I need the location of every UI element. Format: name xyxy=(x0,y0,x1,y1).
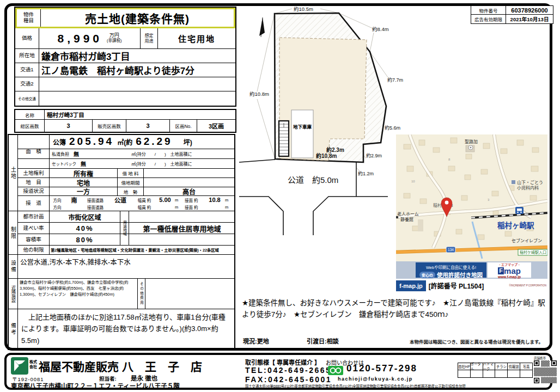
license-fineprint: 国土交通大臣(4)第6880号/(公社)東京都宅地建物取引業協会会員/(公社)全… xyxy=(245,384,466,389)
map-banner-text: Webや印刷に自由に使える! 安心の 使用許諾付き地図 xyxy=(416,262,486,278)
svg-text:約10.8m: 約10.8m xyxy=(316,152,337,159)
frontage-width: 5.00 xyxy=(155,197,175,203)
terrain-value: 高台 xyxy=(144,187,234,195)
corp-type: 株式 会社 xyxy=(29,360,37,370)
fax-number: FAX:042-645-6001 xyxy=(245,375,332,384)
coverage-value: 40% xyxy=(50,223,120,234)
svg-text:約8.4m: 約8.4m xyxy=(372,26,389,32)
fmap-f-icon: F xyxy=(498,267,504,274)
name-label: 名称 xyxy=(15,110,45,119)
garage-label: 地下車庫 xyxy=(293,124,312,130)
location-label: 所在地 xyxy=(15,49,39,63)
area-value: 公簿 205.94 ㎡(約 62.29 坪) xyxy=(50,136,192,149)
price-label: 価格 xyxy=(15,28,39,48)
private-road-label: 私道負担 xyxy=(52,151,69,157)
property-type-row: 物件種目 売土地(建築条件無) xyxy=(15,8,235,28)
frontage-row-1: 方向 南 接面道路 公道 幅員 約 5.00 m 接面 約 10.8 m xyxy=(18,196,234,204)
property-number-table: 物件番号 60378926000 広告有効期限 2021年10月13日 xyxy=(471,5,553,24)
access-other-value xyxy=(39,91,235,106)
name-row: 名称 稲村ガ崎3丁目 xyxy=(15,110,235,120)
garage-outline xyxy=(291,110,313,158)
land-table: 土地 制限 設備 近隣施設 備考 面 積 公簿 205.94 ㎡(約 62.29… xyxy=(8,134,235,350)
neighborhood-group-label: 近隣施設 xyxy=(9,279,18,309)
svg-text:約2.3m: 約2.3m xyxy=(326,146,344,153)
freedial-icon xyxy=(328,366,343,375)
frontage-row-2: 方向 接面道路 幅員 約 m 接面 約 m xyxy=(18,204,234,211)
lease-period-value xyxy=(144,178,234,187)
access-other-label: その他交通 xyxy=(15,91,39,106)
frontage-length: 10.8 xyxy=(204,197,225,203)
other-restrictions-value: 第2種風致地区・宅地造成等規制区域・文化財保護法・景観法・土砂災害区域(隣接)・… xyxy=(50,246,234,254)
access-other-row: その他交通 xyxy=(15,91,235,106)
private-road-note: ㎡(持分 / ) 土地面積に xyxy=(131,149,234,158)
setback-value: 無 xyxy=(81,160,86,168)
restriction-group-label: 制限 xyxy=(9,211,18,255)
property-number-label: 物件番号 xyxy=(471,6,506,14)
svg-text:約5.6m: 約5.6m xyxy=(385,125,400,131)
property-type-value: 売土地(建築条件無) xyxy=(41,9,234,27)
svg-text:約10.5m: 約10.5m xyxy=(294,6,313,12)
zoning-label: 用途地域 xyxy=(120,211,129,246)
entrance-label: 稲村ケ崎駅入口 xyxy=(518,249,547,255)
category-label: 地 目 xyxy=(18,178,50,187)
svg-text:約1.2m: 約1.2m xyxy=(358,170,374,176)
access2-row: 交通2 xyxy=(15,77,235,91)
footer: 株式 会社 福屋不動産販売 八 王 子 店 〒192-0081 担当者: 是永 … xyxy=(4,353,552,390)
access1-value: 江ノ島電鉄 稲村ヶ崎駅より徒歩7分 xyxy=(39,63,235,77)
frontage-road-type: 公道 xyxy=(107,195,133,204)
rights-row: 土地権利 所有権 借 地 料 xyxy=(18,169,234,178)
total-lots-label: 総区画数 xyxy=(15,120,45,132)
branch-name: 八 王 子 店 xyxy=(122,358,202,374)
zoning-value: 第一種低層住居専用地域 xyxy=(129,211,235,246)
clinic-label-1: 山下・ごとう xyxy=(517,180,543,185)
property-flyer: 物件種目 売土地(建築条件無) 価格 8,990 万円(非課税) 想定用途 住宅… xyxy=(0,0,560,392)
svg-text:134: 134 xyxy=(448,248,454,252)
freedial-number: 0120-577-298 xyxy=(346,363,417,374)
map-banner: Webや印刷に自由に使える! 安心の 使用許諾付き地図 - エフマップ - F … xyxy=(396,261,547,279)
sales-points: ★建築条件無し、お好きなハウスメーカーで建築可能です♪ ★江ノ島電鉄線『稲村ケ崎… xyxy=(242,298,550,321)
contact-email: hachioji@fukuya-k.co.jp xyxy=(338,376,413,382)
city-plan-label: 都市計画 xyxy=(18,211,50,222)
neighborhood-value: 鎌倉市立稲村ケ崎小学校(約1,700m)、鎌倉市立御成中学校(約3,900m)、… xyxy=(18,279,138,309)
terrain-label: 地 勢 xyxy=(118,187,144,195)
setback-row: セットバック 無 ㎡(持分 / ) 土地面積に xyxy=(18,159,234,169)
stluke-label: 聖路加 xyxy=(465,139,478,144)
private-road-row: 私道負担 無 ㎡(持分 / ) 土地面積に xyxy=(18,149,234,159)
frontage-direction: 南 xyxy=(65,195,83,204)
seven-eleven-label: セブンイレブン xyxy=(512,238,542,243)
svg-text:約10.8m: 約10.8m xyxy=(249,91,269,97)
setback-label: セットバック xyxy=(52,161,76,167)
property-number-value: 60378926000 xyxy=(506,6,553,14)
facility-group-label: 設備 xyxy=(9,255,18,279)
far-value: 80% xyxy=(50,234,120,245)
rent-label: 借 地 料 xyxy=(118,169,144,177)
selling-lots-label: 販売区画数 xyxy=(93,120,126,132)
location-value: 鎌倉市稲村ガ崎3丁目 xyxy=(39,49,235,63)
svg-text:約2.9m: 約2.9m xyxy=(366,152,382,158)
assumed-use-value: 住宅用地 xyxy=(158,28,235,48)
private-road-value: 無 xyxy=(74,150,79,158)
lot-no-label: 区画No. xyxy=(170,120,197,132)
tel-number: TEL:042-649-2665 xyxy=(245,366,331,375)
svg-text:約7.7m: 約7.7m xyxy=(387,77,403,83)
name-value: 稲村ガ崎3丁目 xyxy=(45,110,235,119)
frontage-status-label: 接道状況 xyxy=(18,187,50,195)
assumed-use-label: 想定用途 xyxy=(141,28,158,48)
land-group-label: 土地 xyxy=(9,135,18,211)
facility-value: 公営水道,汚水-本下水,雑排水-本下水 xyxy=(18,255,234,279)
svg-text:稲村ケ崎駅入口: 稲村ケ崎駅入口 xyxy=(520,250,546,255)
lease-period-label: 借地期間 xyxy=(118,178,144,187)
other-restrictions-label: 他の制限 xyxy=(18,246,50,254)
map-image: 134 稲村ヶ崎駅 聖路加 山下・ごとう 小児科内科 稲村ガ崎3 老人ホーム 静… xyxy=(396,134,547,261)
neighborhood-row: 鎌倉市立稲村ケ崎小学校(約1,700m)、鎌倉市立御成中学校(約3,900m)、… xyxy=(18,279,234,309)
ad-expiry-value: 2021年10月13日 xyxy=(506,15,553,23)
price-row: 価格 8,990 万円(非課税) 想定用途 住宅用地 xyxy=(15,28,235,49)
handover-date: 引渡日:相談 xyxy=(307,336,339,345)
company-name: 福屋不動産販売 xyxy=(39,358,119,374)
fmap-logo: - エフマップ - F map www.f-map.jp xyxy=(488,262,531,278)
stairs-icon xyxy=(279,121,289,156)
selling-lots-value: 3 xyxy=(126,120,170,132)
location-row: 所在地 鎌倉市稲村ガ崎3丁目 xyxy=(15,49,235,63)
remarks-group-label: 備考 xyxy=(9,309,18,349)
north-arrow-icon xyxy=(259,17,265,37)
